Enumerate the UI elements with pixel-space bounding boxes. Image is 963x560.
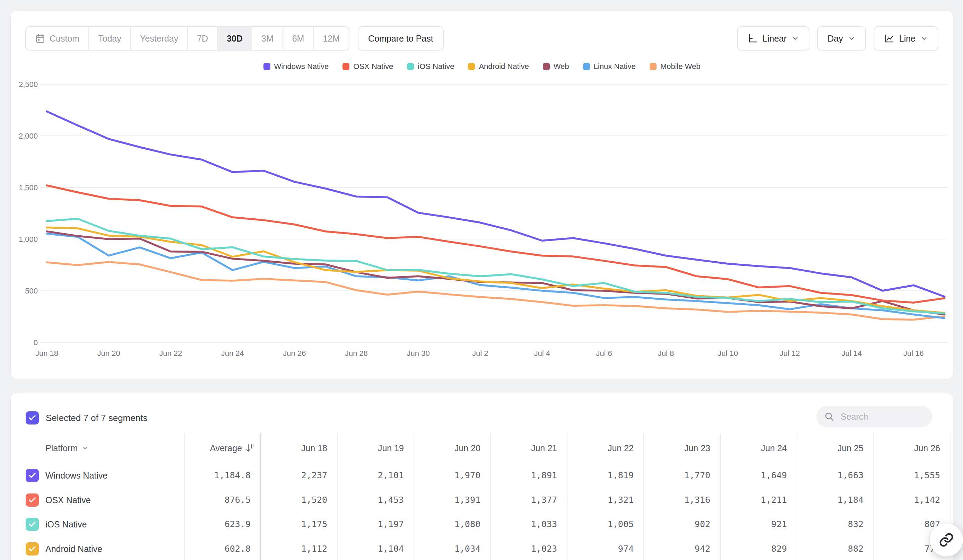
cell-value: 1,197 [337, 512, 404, 536]
cell-value: 1,142 [873, 488, 940, 512]
row-checkbox[interactable] [26, 494, 39, 507]
cell-value: 1,023 [490, 537, 557, 560]
cell-value: 1,970 [413, 463, 480, 487]
search-icon [824, 411, 834, 422]
cell-value: 942 [644, 537, 710, 560]
chart-card: CustomTodayYesterday7D30D3M6M12M Compare… [10, 10, 953, 379]
average-value: 623.9 [184, 512, 251, 536]
x-axis-label: Jul 10 [718, 349, 738, 358]
segments-table-card: Selected 7 of 7 segments Platform Averag… [10, 393, 953, 560]
x-axis-label: Jun 28 [345, 349, 368, 358]
segments-search[interactable] [816, 406, 932, 427]
cell-value: 921 [720, 512, 787, 536]
table-row-android-native: Android Native602.81,1121,1041,0341,0239… [11, 537, 953, 560]
platform-column-header[interactable]: Platform [45, 433, 89, 463]
series-line-osx-native[interactable] [47, 185, 945, 303]
cell-value: 807 [873, 512, 940, 536]
date-column-header[interactable]: Jun 24 [720, 433, 787, 463]
platform-name: Windows Native [45, 463, 107, 487]
selected-segments-row: Selected 7 of 7 segments [26, 411, 148, 424]
cell-value: 1,663 [797, 463, 864, 487]
cell-value: 2,101 [337, 463, 404, 487]
y-axis-label: 2,000 [19, 132, 38, 140]
platform-header-label: Platform [45, 443, 78, 453]
y-axis-label: 1,000 [19, 235, 38, 244]
cell-value: 1,033 [490, 512, 557, 536]
y-axis-label: 500 [25, 286, 38, 295]
checkmark-icon [28, 496, 36, 504]
date-column-header[interactable]: Jun 22 [567, 433, 634, 463]
platform-name: Android Native [45, 537, 102, 560]
date-column-header[interactable]: Jun 23 [644, 433, 710, 463]
date-column-header[interactable]: Jun 18 [260, 433, 327, 463]
date-column-header[interactable]: Jun 20 [413, 433, 480, 463]
x-axis-label: Jun 30 [407, 349, 430, 358]
cell-value: 902 [644, 512, 710, 536]
platform-name: iOS Native [45, 512, 87, 536]
checkmark-icon [28, 545, 36, 553]
average-value: 876.5 [184, 488, 251, 512]
x-axis-label: Jun 18 [36, 349, 58, 358]
cell-value: 2,237 [260, 463, 327, 487]
cell-value: 1,555 [873, 463, 940, 487]
average-column-header[interactable]: Average [184, 433, 255, 463]
cell-value: 1,649 [720, 463, 787, 487]
row-checkbox[interactable] [26, 542, 39, 555]
cell-value: 1,891 [490, 463, 557, 487]
platform-name: OSX Native [45, 488, 91, 512]
cell-value: 1,391 [413, 488, 480, 512]
x-axis-label: Jul 12 [780, 349, 800, 358]
cell-value: 1,520 [260, 488, 327, 512]
y-axis-label: 0 [34, 338, 38, 347]
cell-value: 832 [797, 512, 864, 536]
cell-value: 1,104 [337, 537, 404, 560]
cell-value: 1,211 [720, 488, 787, 512]
x-axis-label: Jun 20 [97, 349, 120, 358]
table-row-windows-native: Windows Native1,184.82,2372,1011,9701,89… [11, 463, 953, 487]
x-axis-label: Jun 26 [283, 349, 306, 358]
x-axis-label: Jul 8 [658, 349, 674, 358]
cell-value: 1,377 [490, 488, 557, 512]
checkmark-icon [28, 414, 36, 422]
x-axis-label: Jul 14 [841, 349, 862, 358]
cell-value: 1,453 [337, 488, 404, 512]
cell-value: 1,321 [567, 488, 634, 512]
date-column-header[interactable]: Jun 26 [873, 433, 940, 463]
x-axis-label: Jul 16 [903, 349, 924, 358]
cell-value: 1,819 [567, 463, 634, 487]
average-value: 1,184.8 [184, 463, 251, 487]
cell-value: 974 [567, 537, 634, 560]
link-icon [939, 532, 954, 547]
y-axis-label: 2,500 [19, 80, 38, 89]
share-link-button[interactable] [930, 523, 963, 557]
cell-value: 1,034 [413, 537, 480, 560]
average-value: 602.8 [184, 537, 251, 560]
x-axis-label: Jun 24 [221, 349, 244, 358]
line-chart: 05001,0001,5002,0002,500Jun 18Jun 20Jun … [11, 11, 953, 379]
average-header-label: Average [210, 443, 242, 453]
select-all-checkbox[interactable] [26, 411, 39, 424]
selected-segments-label: Selected 7 of 7 segments [46, 413, 148, 424]
cell-value: 1,005 [567, 512, 634, 536]
cell-value: 1,175 [260, 512, 327, 536]
date-column-header[interactable]: Jun 21 [490, 433, 557, 463]
search-input[interactable] [840, 411, 918, 422]
cell-value: 829 [720, 537, 787, 560]
x-axis-label: Jul 2 [472, 349, 488, 358]
table-row-osx-native: OSX Native876.51,5201,4531,3911,3771,321… [11, 488, 953, 512]
cell-value: 1,184 [797, 488, 864, 512]
date-column-header[interactable]: Jun 25 [797, 433, 864, 463]
date-column-header[interactable]: Jun 19 [337, 433, 404, 463]
table-row-ios-native: iOS Native623.91,1751,1971,0801,0331,005… [11, 512, 953, 536]
cell-value: 1,316 [644, 488, 710, 512]
x-axis-label: Jun 22 [159, 349, 182, 358]
row-checkbox[interactable] [26, 469, 39, 482]
y-axis-label: 1,500 [19, 183, 38, 192]
chevron-down-icon [82, 445, 89, 452]
checkmark-icon [28, 471, 36, 480]
x-axis-label: Jul 6 [596, 349, 612, 358]
x-axis-label: Jul 4 [534, 349, 550, 358]
series-line-windows-native[interactable] [47, 111, 945, 297]
cell-value: 1,112 [260, 537, 327, 560]
row-checkbox[interactable] [26, 518, 39, 531]
